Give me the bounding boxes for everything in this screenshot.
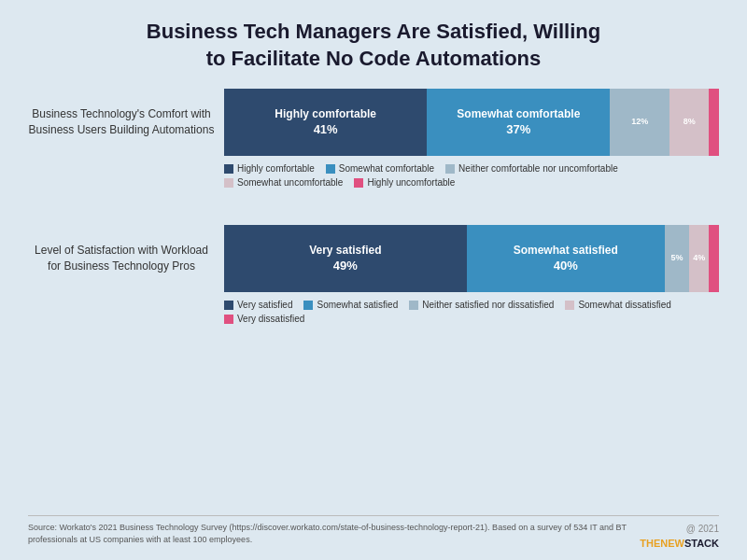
page-container: Business Tech Managers Are Satisfied, Wi… xyxy=(0,0,747,560)
legend2-dot-4 xyxy=(565,301,574,310)
footer: Source: Workato's 2021 Business Technolo… xyxy=(28,515,719,552)
legend2-label-4: Somewhat dissatisfied xyxy=(578,300,671,310)
chart2-seg-somewhat-dissatisfied: 4% xyxy=(689,225,709,292)
chart2-seg-somewhat-satisfied: Somewhat satisfied 40% xyxy=(467,225,665,292)
chart2-block: Level of Satisfaction with Workload for … xyxy=(28,225,719,324)
footer-source: Source: Workato's 2021 Business Technolo… xyxy=(28,522,630,547)
legend1-item-5: Highly uncomfortable xyxy=(354,177,455,188)
page-title: Business Tech Managers Are Satisfied, Wi… xyxy=(28,19,719,72)
legend2-dot-1 xyxy=(224,301,233,310)
chart1-label: Business Technology's Comfort with Busin… xyxy=(28,106,215,138)
legend1-label-3: Neither comfortable nor uncomfortable xyxy=(458,163,618,174)
legend1-dot-2 xyxy=(326,164,335,174)
legend1-item-3: Neither comfortable nor uncomfortable xyxy=(445,163,618,174)
legend2-item-1: Very satisfied xyxy=(224,300,292,310)
chart2-legend: Very satisfied Somewhat satisfied Neithe… xyxy=(28,300,719,324)
legend2-item-5: Very dissatisfied xyxy=(224,314,304,324)
legend2-dot-5 xyxy=(224,315,233,324)
chart1-seg-neither-comfortable: 12% xyxy=(610,89,669,156)
legend1-item-2: Somewhat comfortable xyxy=(326,163,434,174)
legend1-dot-4 xyxy=(224,178,233,188)
chart2-seg-very-satisfied: Very satisfied 49% xyxy=(224,225,467,292)
chart1-block: Business Technology's Comfort with Busin… xyxy=(28,89,719,188)
charts-area: Business Technology's Comfort with Busin… xyxy=(28,89,719,507)
legend2-item-2: Somewhat satisfied xyxy=(303,300,398,310)
legend1-item-1: Highly comfortable xyxy=(224,163,315,174)
footer-brand-block: @ 2021 THENEWSTACK xyxy=(630,522,719,552)
legend2-item-3: Neither satisfied nor dissatisfied xyxy=(409,300,554,310)
chart1-seg-highly-uncomfortable xyxy=(709,89,719,156)
legend1-label-4: Somewhat uncomfortable xyxy=(237,177,343,188)
chart1-bar: Highly comfortable 41% Somewhat comforta… xyxy=(224,89,719,156)
legend1-label-5: Highly uncomfortable xyxy=(367,177,455,188)
legend2-dot-2 xyxy=(303,301,313,310)
chart2-bar: Very satisfied 49% Somewhat satisfied 40… xyxy=(224,225,719,292)
chart-spacer xyxy=(28,197,719,216)
legend1-label-1: Highly comfortable xyxy=(237,163,315,174)
legend1-dot-1 xyxy=(224,164,233,174)
legend2-label-1: Very satisfied xyxy=(237,300,292,310)
chart1-seg-highly-comfortable: Highly comfortable 41% xyxy=(224,89,427,156)
footer-year: @ 2021 xyxy=(686,522,719,536)
legend2-label-5: Very dissatisfied xyxy=(237,314,304,324)
chart1-row: Business Technology's Comfort with Busin… xyxy=(28,89,719,156)
legend1-item-4: Somewhat uncomfortable xyxy=(224,177,343,188)
legend2-label-2: Somewhat satisfied xyxy=(317,300,398,310)
chart1-legend: Highly comfortable Somewhat comfortable … xyxy=(28,163,719,188)
legend1-label-2: Somewhat comfortable xyxy=(339,163,434,174)
chart1-seg-somewhat-uncomfortable: 8% xyxy=(669,89,709,156)
chart1-seg-somewhat-comfortable: Somewhat comfortable 37% xyxy=(427,89,610,156)
legend1-dot-5 xyxy=(354,178,363,188)
chart2-seg-neither-satisfied: 5% xyxy=(665,225,690,292)
legend2-dot-3 xyxy=(409,301,418,310)
legend2-label-3: Neither satisfied nor dissatisfied xyxy=(422,300,554,310)
chart2-row: Level of Satisfaction with Workload for … xyxy=(28,225,719,292)
chart2-label: Level of Satisfaction with Workload for … xyxy=(28,243,215,274)
legend2-item-4: Somewhat dissatisfied xyxy=(565,300,671,310)
legend1-dot-3 xyxy=(445,164,455,174)
footer-brand: THENEWSTACK xyxy=(640,536,719,552)
chart2-seg-very-dissatisfied xyxy=(709,225,719,292)
